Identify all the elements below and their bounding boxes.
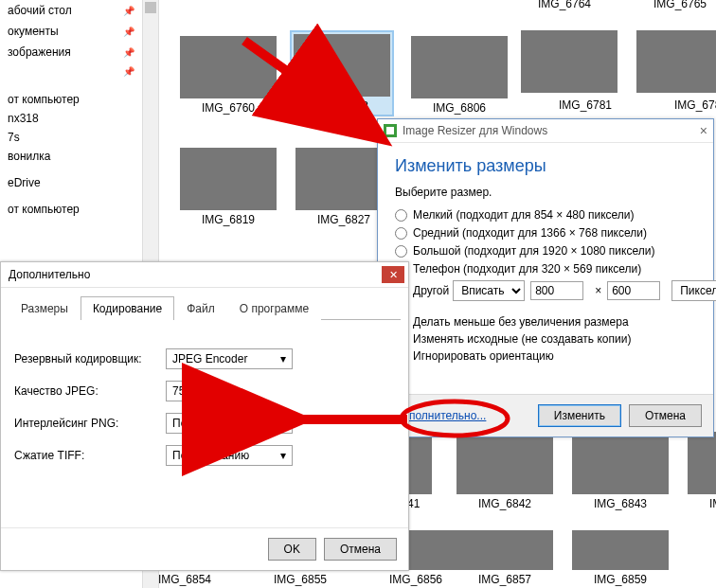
cancel-button[interactable]: Отмена	[324, 538, 397, 561]
tab-file[interactable]: Файл	[174, 296, 227, 320]
thumbnail[interactable]: IMG_6819	[180, 148, 277, 226]
app-icon	[384, 124, 397, 137]
dialog-footer: Дополнительно... Изменить Отмена	[378, 394, 713, 437]
radio-label: Средний (подходит для 1366 × 768 пиксели…	[413, 226, 647, 240]
checkbox-ignore-orient[interactable]: Игнорировать ориентацию	[395, 349, 696, 363]
chevron-down-icon: ▾	[280, 449, 286, 462]
interlace-select[interactable]: По умолчанию ▾	[166, 413, 293, 434]
sidebar-item-label: окументы	[8, 25, 59, 38]
tab-sizes[interactable]: Размеры	[9, 296, 81, 320]
thumbnail[interactable]	[521, 30, 618, 93]
thumbnail[interactable]	[636, 30, 716, 93]
radio[interactable]	[395, 227, 407, 240]
tab-bar: Размеры Кодирование Файл О программе	[9, 295, 401, 320]
thumbnail-selected[interactable]: IMG_6803	[292, 32, 392, 115]
quality-label: Качество JPEG:	[14, 384, 166, 398]
pin-icon: 📌	[123, 27, 134, 37]
width-input[interactable]	[530, 281, 583, 300]
titlebar[interactable]: Дополнительно ✕	[1, 262, 408, 288]
pin-icon: 📌	[123, 47, 134, 58]
thumbnail-caption: IMG_6765	[653, 0, 707, 10]
sidebar-item-documents[interactable]: окументы📌	[0, 21, 142, 42]
thumbnail-caption: IMG_6803	[294, 99, 390, 113]
tab-about[interactable]: О программе	[227, 296, 321, 320]
size-option-medium[interactable]: Средний (подходит для 1366 × 768 пиксели…	[395, 226, 696, 240]
thumbnail-caption: IMG_6854	[136, 573, 233, 586]
quality-input[interactable]: 75	[166, 381, 219, 401]
thumbnail-caption: IMG_6782	[674, 98, 716, 112]
dialog-footer: OK Отмена	[1, 527, 408, 570]
thumbnail-caption: IMG_6855	[252, 573, 349, 586]
close-icon[interactable]: ✕	[382, 266, 404, 283]
thumbnail[interactable]: IMG_6859	[572, 530, 669, 586]
sidebar-item[interactable]: 7s	[0, 128, 142, 147]
thumbnail[interactable]: IMG_6842	[456, 432, 553, 510]
close-icon[interactable]: ×	[700, 123, 707, 138]
radio[interactable]	[395, 209, 407, 222]
sidebar-item[interactable]: от компьютер	[0, 90, 142, 109]
thumbnail-caption: IMG_6856	[367, 573, 464, 586]
thumbnail-caption: IMG_6844	[688, 497, 716, 510]
thumbnail-caption: IMG_6843	[572, 497, 669, 510]
tiff-select[interactable]: По умолчанию ▾	[166, 445, 293, 466]
thumbnail-caption: IMG_6859	[572, 573, 669, 586]
interlace-label: Интерлейсинг PNG:	[14, 417, 166, 430]
prompt-text: Выберите размер.	[395, 186, 696, 199]
thumbnail[interactable]: IMG_6844	[688, 432, 716, 510]
size-option-small[interactable]: Мелкий (подходит для 854 × 480 пиксели)	[395, 208, 696, 222]
thumbnail[interactable]: IMG_6764	[538, 0, 591, 10]
thumbnail[interactable]: IMG_6760	[180, 36, 277, 115]
thumbnail-caption: IMG_6781	[559, 98, 612, 112]
sidebar-item-label: зображения	[8, 45, 71, 59]
resize-button[interactable]: Изменить	[538, 404, 621, 427]
dimension-separator: ×	[595, 284, 601, 297]
ok-button[interactable]: OK	[268, 538, 316, 561]
radio[interactable]	[395, 245, 407, 258]
sidebar-item[interactable]: nx318	[0, 109, 142, 128]
dialog-heading: Изменить размеры	[395, 156, 696, 176]
thumbnail[interactable]: IMG_6765	[653, 0, 707, 10]
checkbox-label: Изменять исходные (не создавать копии)	[413, 332, 631, 346]
encoder-select[interactable]: JPEG Encoder ▾	[166, 348, 293, 369]
radio-label: Другой	[413, 284, 449, 297]
thumbnail-caption: IMG_6760	[180, 101, 277, 115]
thumbnail[interactable]: IMG_6857	[456, 530, 553, 586]
sidebar-item[interactable]: eDrive	[0, 173, 142, 192]
sidebar-item-desktop[interactable]: абочий стол📌	[0, 0, 142, 21]
checkbox-shrink-only[interactable]: Делать меньше без увеличения размера	[395, 315, 696, 329]
checkbox-label: Делать меньше без увеличения размера	[413, 315, 629, 329]
thumbnail[interactable]: IMG_6843	[572, 432, 669, 510]
radio-label: Большой (подходит для 1920 × 1080 пиксел…	[413, 244, 654, 258]
dialog-title: Image Resizer для Windows	[403, 124, 547, 137]
advanced-dialog: Дополнительно ✕ Размеры Кодирование Файл…	[0, 261, 409, 571]
thumbnail-caption: IMG_6857	[456, 573, 553, 586]
size-option-other[interactable]: Другой Вписать × Пиксели	[395, 280, 696, 301]
thumbnail-caption: IMG_6819	[180, 213, 277, 226]
sidebar-item[interactable]: от компьютер	[0, 200, 142, 219]
sidebar-item[interactable]: вонилка	[0, 147, 142, 166]
sidebar-item-blank[interactable]: 📌	[0, 62, 142, 80]
checkbox-label: Игнорировать ориентацию	[413, 349, 554, 363]
titlebar[interactable]: Image Resizer для Windows ×	[378, 119, 713, 143]
pin-icon: 📌	[123, 66, 134, 77]
svg-rect-1	[386, 127, 394, 134]
radio-label: Телефон (подходит для 320 × 569 пиксели)	[413, 262, 641, 276]
tab-encoding[interactable]: Кодирование	[81, 296, 174, 320]
thumbnail-caption: IMG_6806	[411, 101, 508, 115]
checkbox-modify-original[interactable]: Изменять исходные (не создавать копии)	[395, 332, 696, 346]
tiff-label: Сжатие TIFF:	[14, 449, 166, 462]
cancel-button[interactable]: Отмена	[629, 404, 702, 427]
size-option-phone[interactable]: Телефон (подходит для 320 × 569 пиксели)	[395, 262, 696, 276]
chevron-down-icon: ▾	[280, 352, 286, 365]
fit-mode-select[interactable]: Вписать	[453, 280, 525, 301]
sidebar-item-pictures[interactable]: зображения📌	[0, 42, 142, 62]
thumbnail-caption: IMG_6842	[456, 497, 553, 510]
dialog-title: Дополнительно	[9, 268, 90, 281]
thumbnail[interactable]: IMG_6806	[411, 36, 508, 115]
thumbnail-caption: IMG_6764	[538, 0, 591, 10]
unit-select[interactable]: Пиксели	[671, 280, 716, 301]
chevron-down-icon: ▾	[280, 417, 286, 430]
height-input[interactable]	[607, 281, 660, 300]
size-option-large[interactable]: Большой (подходит для 1920 × 1080 пиксел…	[395, 244, 696, 258]
radio-label: Мелкий (подходит для 854 × 480 пиксели)	[413, 208, 635, 222]
